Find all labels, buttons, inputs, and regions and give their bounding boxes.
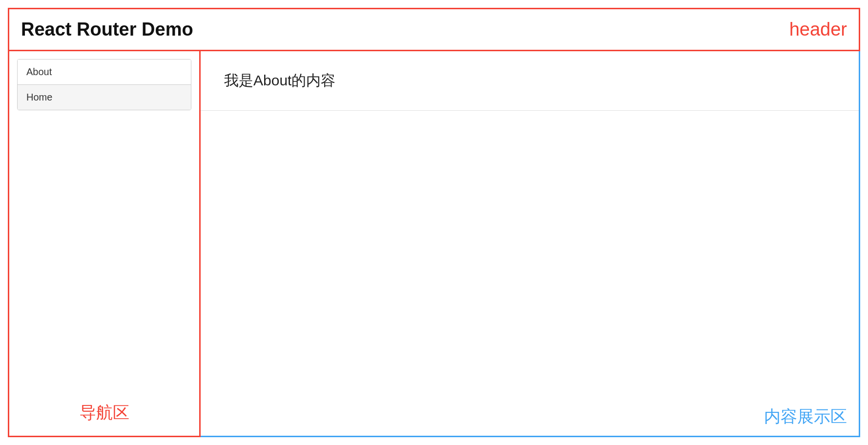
content-section-label: 内容展示区	[201, 398, 859, 436]
nav-list: About Home	[17, 59, 191, 110]
content-section: 我是About的内容 内容展示区	[201, 51, 860, 437]
body-section: About Home 导航区 我是About的内容 内容展示区	[8, 51, 860, 437]
header: React Router Demo header	[8, 8, 860, 51]
app-wrapper: React Router Demo header About Home 导航区 …	[8, 8, 860, 437]
nav-section: About Home 导航区	[8, 51, 201, 437]
content-body: 我是About的内容	[201, 51, 859, 111]
content-text: 我是About的内容	[224, 72, 335, 88]
app-title: React Router Demo	[21, 19, 193, 40]
nav-section-label: 导航区	[17, 402, 191, 424]
nav-item-about[interactable]: About	[18, 60, 191, 85]
header-label: header	[789, 19, 847, 40]
nav-item-home[interactable]: Home	[18, 85, 191, 110]
